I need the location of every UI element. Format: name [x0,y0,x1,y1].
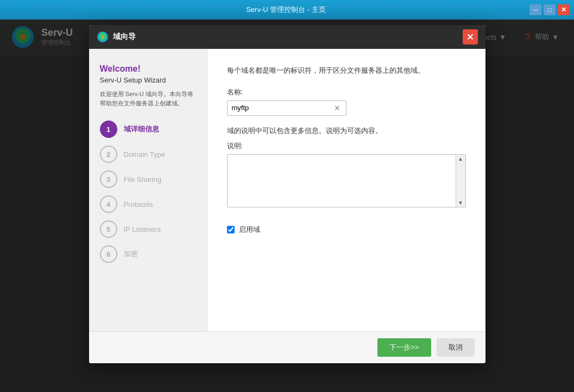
step-circle-3: 3 [100,170,117,188]
wizard-sidebar: Welcome! Serv-U Setup Wizard 欢迎使用 Serv-U… [89,49,207,331]
description-textarea[interactable] [228,155,465,207]
dialog-body: Welcome! Serv-U Setup Wizard 欢迎使用 Serv-U… [89,49,485,331]
welcome-desc: 欢迎使用 Serv-U 域向导。本向导将帮助您在文件服务器上创建域。 [100,90,196,108]
content-description-1: 每个域名都是唯一的标识符，用于区分文件服务器上的其他域。 [227,65,466,77]
textarea-scrollbar[interactable]: ▲ ▼ [456,155,465,207]
name-form-group: 名称: ✕ [227,87,466,116]
step-label-3: File Sharing [124,175,161,184]
name-input-wrapper: ✕ [227,100,346,116]
description-form-group: 说明: ▲ ▼ [227,141,466,215]
wizard-step-4[interactable]: 4 Protocols [100,195,196,213]
dialog-footer: 下一步>> 取消 [89,331,485,363]
dialog-title-left: 域向导 [97,31,136,43]
domain-wizard-dialog: 域向导 ✕ Welcome! Serv-U Setup Wizard 欢迎使用 … [89,25,485,363]
maximize-button[interactable]: □ [544,4,556,15]
content-description-2: 域的说明中可以包含更多信息。说明为可选内容。 [227,125,466,137]
enable-domain-row: 启用域 [227,225,466,235]
wizard-step-2[interactable]: 2 Domain Type [100,146,196,163]
title-bar: Serv-U 管理控制台 - 主页 ─ □ ✕ [0,0,574,20]
dialog-titlebar: 域向导 ✕ [89,25,485,49]
next-button[interactable]: 下一步>> [377,338,431,357]
enable-domain-label: 启用域 [239,225,260,235]
svg-point-3 [101,36,104,39]
scroll-down-arrow[interactable]: ▼ [458,200,463,206]
enable-domain-checkbox[interactable] [227,226,235,233]
wizard-step-3[interactable]: 3 File Sharing [100,170,196,188]
wizard-steps: 1 域详细信息 2 Domain Type 3 File Sharing 4 [100,121,196,263]
dialog-title: 域向导 [113,32,136,42]
name-label: 名称: [227,87,466,97]
step-circle-4: 4 [100,195,117,213]
welcome-subtitle: Serv-U Setup Wizard [100,76,196,84]
step-label-1: 域详细信息 [124,124,159,134]
name-input[interactable] [232,104,333,112]
step-circle-6: 6 [100,245,117,263]
description-label: 说明: [227,141,466,151]
welcome-title: Welcome! [100,64,196,74]
clear-name-button[interactable]: ✕ [333,104,342,112]
step-label-6: 加密 [124,249,138,259]
step-label-2: Domain Type [124,150,165,159]
title-bar-controls: ─ □ ✕ [529,4,570,15]
minimize-button[interactable]: ─ [529,4,541,15]
cancel-button[interactable]: 取消 [437,338,475,357]
wizard-main-content: 每个域名都是唯一的标识符，用于区分文件服务器上的其他域。 名称: ✕ 域的说明中… [207,49,485,331]
step-circle-5: 5 [100,220,117,238]
wizard-step-6[interactable]: 6 加密 [100,245,196,263]
dialog-overlay: 域向导 ✕ Welcome! Serv-U Setup Wizard 欢迎使用 … [0,20,574,392]
wizard-step-1[interactable]: 1 域详细信息 [100,121,196,138]
wizard-step-5[interactable]: 5 IP Listeners [100,220,196,238]
app-area: Serv-U 管理控制台 ⊞ Serv-U Products ▼ ❓ 帮助 ▼ [0,20,574,392]
dialog-logo-icon [97,31,109,43]
window-title: Serv-U 管理控制台 - 主页 [42,5,529,15]
step-label-4: Protocols [124,200,153,208]
description-textarea-wrapper: ▲ ▼ [227,154,466,207]
dialog-close-button[interactable]: ✕ [463,29,478,45]
scroll-up-arrow[interactable]: ▲ [458,156,463,162]
step-circle-2: 2 [100,146,117,163]
window-close-button[interactable]: ✕ [558,4,570,15]
step-label-5: IP Listeners [124,225,161,233]
step-circle-1: 1 [100,121,117,138]
